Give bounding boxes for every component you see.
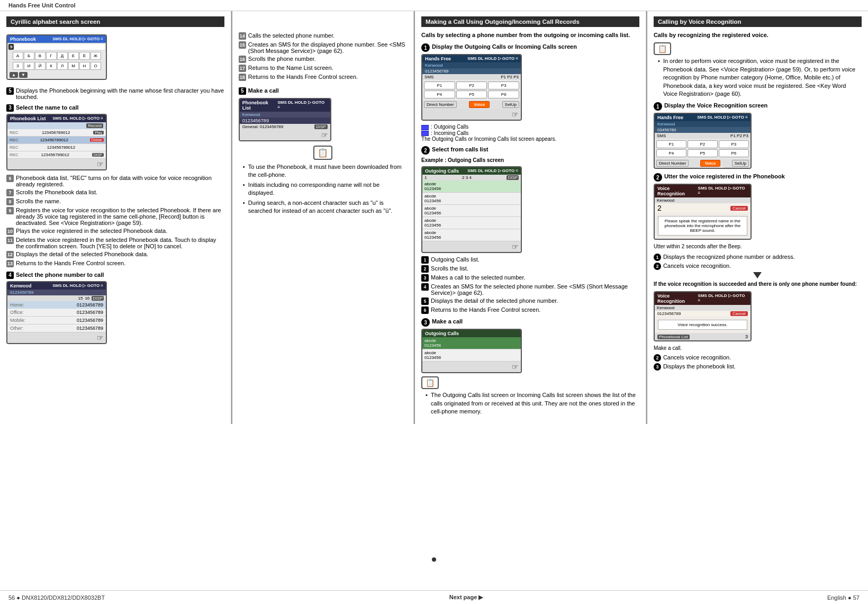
step5-make-call-num: 5 — [239, 87, 246, 95]
example-label: Example : Outgoing Calls screen — [421, 157, 639, 164]
col4-step1: 1 Display the Voice Recognition screen H… — [654, 102, 862, 169]
page-footer: 56 ● DNX8120/DDX812/DDX8032BT Next page … — [0, 590, 868, 604]
col3-intro: Calls by selecting a phone number from t… — [421, 31, 639, 39]
utter-note: Utter within 2 seconds after the Beep. — [654, 243, 862, 250]
col3-step3-heading: Make a call — [432, 318, 463, 324]
phonebook-cyrillic-screen: Phonebook SMS DL HOLD ▷ GOTO ≡ 9 А Б В Г… — [6, 34, 107, 80]
touch-icon-1: ☞ — [97, 160, 104, 168]
pb-nav: ▲ ▼ — [7, 71, 106, 79]
page-header: Hands Free Unit Control — [0, 0, 868, 11]
header-title: Hands Free Unit Control — [8, 2, 76, 8]
col4-memo-icon: 📋 — [654, 42, 862, 55]
column-3: Making a Call Using Outgoing/Incoming Ca… — [415, 11, 646, 424]
col3-step1: 1 Display the Outgoing Calls or Incoming… — [421, 43, 639, 142]
touch-icon-4: ☞ — [512, 110, 519, 119]
make-call-screen: Phonebook List SMS DL HOLD ▷ GOTO ≡ Kenw… — [239, 98, 331, 141]
arrow-down — [753, 272, 762, 278]
col4-step1-num: 1 — [654, 102, 662, 111]
col4-step2-num: 2 — [654, 173, 662, 182]
touch-icon-7: ☞ — [718, 165, 724, 169]
step5-num: 5 — [6, 87, 14, 95]
step5-notes: To use the Phonebook, it must have been … — [239, 163, 407, 215]
pb-number-row: 9 — [7, 43, 106, 51]
phone-number-list-screen: Kenwood SMS DL HOLD ▷ GOTO ≡ 0123456789 … — [6, 281, 107, 344]
touch-icon-3: ☞ — [321, 131, 328, 139]
hf-voice-screen: Hands Free SMS DL HOLD ▷ GOTO ≡ Kenwood … — [654, 113, 752, 169]
col4-intro: Calls by recognizing the registered voic… — [654, 31, 862, 39]
pbl-header: Phonebook List SMS DL HOLD ▷ GOTO ≡ — [7, 115, 106, 122]
hands-free-screen: Hands Free SMS DL HOLD ▷ GOTO ≡ Kenwood … — [421, 54, 522, 121]
col4-note: In order to perform voice recognition, v… — [654, 57, 862, 98]
pb-title: Phonebook — [10, 37, 36, 42]
col3-legend: : Outgoing Calls : Incoming Calls The Ou… — [421, 124, 639, 142]
pb-grid-row1: А Б В Г Д Е Ё Ж — [7, 51, 106, 61]
step3-section: 3 Select the name to call Phonebook List… — [6, 104, 224, 267]
footer-left: 56 ● DNX8120/DDX812/DDX8032BT — [8, 594, 105, 601]
col4-step2: 2 Utter the voice registered in the Phon… — [654, 173, 862, 270]
column-2: 14 Calls the selected phone number. 15 C… — [232, 11, 414, 424]
items-14-18: 14 Calls the selected phone number. 15 C… — [239, 32, 407, 81]
col1-section-title: Cyrillic alphabet search screen — [6, 16, 224, 27]
col2-dot — [432, 557, 436, 562]
step5-text: Displays the Phonebook beginning with th… — [16, 87, 224, 100]
step4-num: 4 — [6, 272, 14, 279]
oc-make-call-screen: Outgoing Calls abcde 0123456 abcde 01234… — [421, 329, 522, 373]
col3-step2-heading: Select from calls list — [432, 146, 488, 152]
step4-section: 4 Select the phone number to call Kenwoo… — [6, 272, 224, 344]
col3-step2-items: 1 Outgoing Calls list. 2 Scrolls the lis… — [421, 256, 639, 314]
column-4: Calling by Voice Recognition Calls by re… — [647, 11, 868, 424]
footer-right: English ● 57 — [827, 594, 860, 601]
column-1: Cyrillic alphabet search screen Phoneboo… — [0, 11, 231, 424]
pb-toolbar: SMS DL HOLD ▷ GOTO ≡ — [52, 37, 103, 42]
footer-next-page: Next page ▶ — [449, 594, 483, 601]
col3-step1-num: 1 — [421, 43, 430, 52]
voice-recog-screen: Voice Recognition SMS DL HOLD ▷ GOTO ≡ K… — [654, 184, 752, 240]
step5-make-call: 5 Make a call Phonebook List SMS DL HOLD… — [239, 87, 407, 215]
vr-success-screen: Voice Recognition SMS DL HOLD ▷ GOTO ≡ K… — [654, 291, 752, 341]
col3-section-title: Making a Call Using Outgoing/Incoming Ca… — [421, 16, 639, 27]
col4-bold-section: If the voice recognition is succeeded an… — [654, 281, 862, 288]
step4-heading: Select the phone number to call — [16, 272, 104, 278]
col3-step2-num: 2 — [421, 146, 430, 155]
memo-icon: 📋 — [239, 146, 407, 160]
touch-icon-6: ☞ — [512, 363, 519, 371]
touch-icon-5: ☞ — [512, 242, 519, 251]
pb-header: Phonebook SMS DL HOLD ▷ GOTO ≡ — [7, 35, 106, 43]
make-call-label: Make a call. — [654, 345, 862, 352]
col3-notes: The Outgoing Calls list screen or Incomi… — [421, 391, 639, 416]
step3-items: 6 Phonebook data list. "REC" turns on fo… — [6, 175, 224, 267]
step5-make-call-heading: Make a call — [248, 87, 279, 94]
col3-step1-heading: Display the Outgoing Calls or Incoming C… — [432, 43, 577, 50]
col4-step1-heading: Display the Voice Recognition screen — [664, 102, 767, 109]
pb-grid-row2: З И Й К Л М Н О — [7, 61, 106, 71]
touch-icon-2: ☞ — [97, 333, 104, 342]
col4-step2-heading: Utter the voice registered in the Phoneb… — [664, 173, 785, 179]
col3-step3: 3 Make a call Outgoing Calls abcde 01234… — [421, 318, 639, 416]
col3-step2: 2 Select from calls list Example : Outgo… — [421, 146, 639, 314]
col3-step3-num: 3 — [421, 318, 430, 327]
phonebook-list-screen: Phonebook List SMS DL HOLD ▷ GOTO ≡ Reco… — [6, 114, 107, 170]
step5-display: 5 Displays the Phonebook beginning with … — [6, 87, 224, 100]
col4-section-title: Calling by Voice Recognition — [654, 16, 862, 27]
step3-heading: Select the name to call — [16, 104, 79, 111]
step3-num: 3 — [6, 104, 14, 112]
outgoing-calls-screen: Outgoing Calls SMS DL HOLD ▷ GOTO ≡ 1 2 … — [421, 166, 522, 253]
col3-memo-icon: 📋 — [421, 376, 639, 389]
